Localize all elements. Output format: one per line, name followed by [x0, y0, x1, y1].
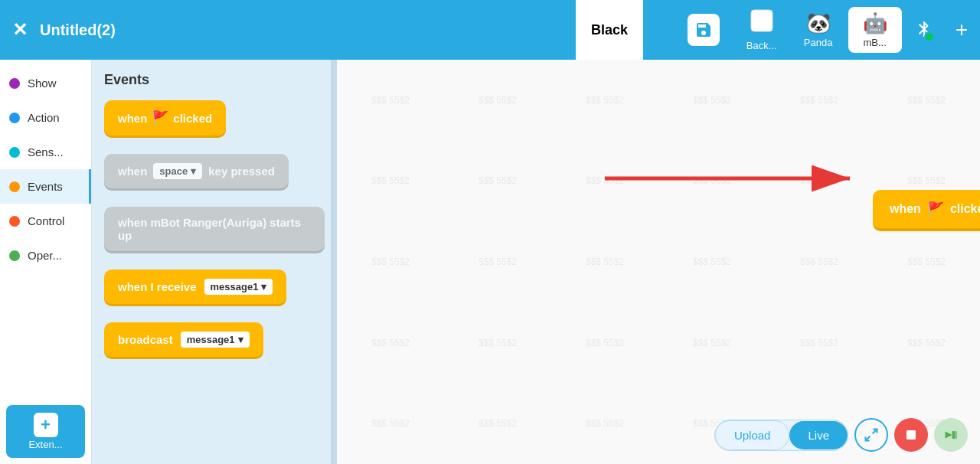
live-button[interactable]: Live [789, 421, 848, 449]
tab-panda[interactable]: 🐼 Panda [792, 7, 845, 53]
extend-section: + Exten... [0, 399, 91, 464]
save-button[interactable] [688, 14, 720, 46]
add-button[interactable]: + [956, 18, 968, 42]
header: ✕ Untitled(2) Back... 🐼 Panda 🤖 mB... [0, 0, 980, 60]
operators-dot [9, 250, 20, 261]
back-icon [750, 8, 774, 38]
block-when-key[interactable]: when space ▾ key pressed [104, 154, 325, 188]
stop-button[interactable] [894, 418, 928, 452]
panda-icon: 🐼 [806, 11, 831, 35]
space-dropdown[interactable]: space ▾ [153, 163, 202, 179]
extend-button[interactable]: + Exten... [6, 405, 85, 458]
green-flag-canvas: 🚩 [927, 201, 944, 217]
upload-live-toggle: Upload Live [714, 420, 848, 451]
sidebar: Show Action Sens... Events Control Oper.… [0, 60, 92, 464]
message1-dropdown-broadcast[interactable]: message1 ▾ [181, 332, 250, 348]
black-label: Black [576, 0, 643, 60]
run-button[interactable] [934, 418, 968, 452]
svg-rect-6 [952, 431, 955, 439]
extend-plus-icon: + [34, 413, 58, 437]
svg-rect-7 [956, 431, 957, 439]
sensors-dot [9, 147, 20, 158]
sidebar-item-control[interactable]: Control [0, 204, 91, 238]
canvas-area: $$$ 55$2 $$$ 55$2 $$$ 55$2 $$$ 55$2 $$$ … [337, 60, 980, 464]
tab-back[interactable]: Back... [735, 4, 789, 56]
block-when-clicked[interactable]: when 🚩 clicked [104, 100, 325, 136]
show-dot [9, 78, 20, 89]
action-dot [9, 113, 20, 123]
sidebar-item-events[interactable]: Events [0, 169, 91, 204]
sidebar-item-operators[interactable]: Oper... [0, 238, 91, 273]
panel-divider[interactable] [331, 60, 337, 464]
message1-dropdown-receive[interactable]: message1 ▾ [204, 279, 273, 295]
bottom-bar: Upload Live [714, 418, 968, 452]
mbot-icon: 🤖 [863, 11, 887, 35]
close-button[interactable]: ✕ [12, 19, 28, 41]
connected-indicator [924, 31, 935, 42]
canvas-when-clicked-block[interactable]: when 🚩 clicked [873, 190, 980, 231]
watermark-grid: $$$ 55$2 $$$ 55$2 $$$ 55$2 $$$ 55$2 $$$ … [337, 60, 980, 464]
svg-rect-5 [906, 430, 916, 439]
block-when-receive[interactable]: when I receive message1 ▾ [104, 270, 325, 304]
events-panel: Events when 🚩 clicked when space ▾ key p… [92, 60, 337, 464]
sidebar-item-action[interactable]: Action [0, 100, 91, 135]
tab-mbot[interactable]: 🤖 mB... [848, 7, 902, 53]
sidebar-item-sensors[interactable]: Sens... [0, 135, 91, 169]
bluetooth-icon [915, 20, 933, 41]
panel-title: Events [104, 72, 325, 88]
green-flag-1: 🚩 [152, 109, 168, 126]
events-dot [9, 181, 20, 192]
main-layout: Show Action Sens... Events Control Oper.… [0, 60, 980, 464]
svg-rect-0 [751, 10, 773, 31]
block-mbot-starts[interactable]: when mBot Ranger(Auriga) starts up [104, 207, 325, 251]
control-dot [9, 216, 20, 227]
drag-arrow [590, 148, 880, 209]
fullscreen-button[interactable] [854, 418, 888, 452]
upload-button[interactable]: Upload [715, 420, 790, 450]
header-tabs: Back... 🐼 Panda 🤖 mB... [735, 4, 943, 56]
sidebar-item-show[interactable]: Show [0, 66, 91, 100]
tab-bluetooth[interactable] [905, 15, 943, 45]
block-broadcast[interactable]: broadcast message1 ▾ [104, 322, 325, 357]
